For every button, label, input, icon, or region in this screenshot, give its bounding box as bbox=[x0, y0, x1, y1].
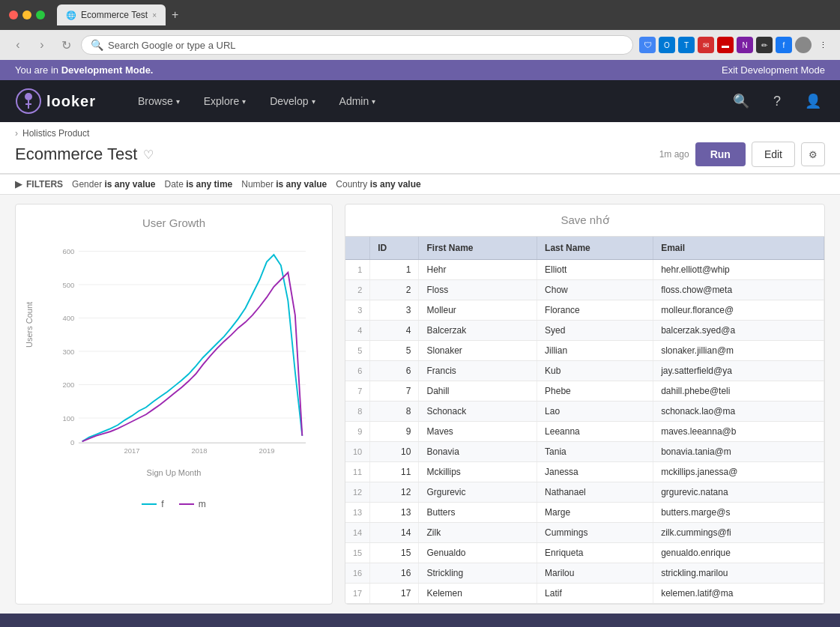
favorite-button[interactable]: ♡ bbox=[143, 148, 154, 162]
legend-m-line bbox=[179, 503, 194, 505]
nav-explore[interactable]: Explore ▾ bbox=[192, 80, 258, 122]
looker-logo[interactable]: looker bbox=[15, 88, 96, 115]
app-container: You are in Development Mode. Exit Develo… bbox=[0, 60, 840, 614]
cell-id: 3 bbox=[370, 300, 419, 321]
cell-id: 1 bbox=[370, 260, 419, 280]
table-row[interactable]: 8 8 Schonack Lao schonack.lao@ma bbox=[345, 402, 824, 422]
table-row[interactable]: 4 4 Balcerzak Syed balcerzak.syed@a bbox=[345, 321, 824, 341]
browser-titlebar: 🌐 Ecommerce Test × + bbox=[0, 0, 840, 30]
ext-outlook[interactable]: O bbox=[659, 37, 675, 53]
cell-lastname: Chow bbox=[537, 280, 653, 300]
table-row[interactable]: 16 16 Strickling Marilou strickling.mari… bbox=[345, 563, 824, 584]
run-button[interactable]: Run bbox=[695, 142, 746, 166]
chart-area: Users Count 600 500 400 bbox=[28, 238, 320, 493]
table-row[interactable]: 17 17 Kelemen Latif kelemen.latif@ma bbox=[345, 584, 824, 604]
ext-purple[interactable]: N bbox=[737, 37, 753, 53]
table-row[interactable]: 15 15 Genualdo Enriqueta genualdo.enriqu… bbox=[345, 543, 824, 563]
main-content: User Growth Users Count 600 bbox=[0, 195, 840, 614]
cell-lastname: Florance bbox=[537, 300, 653, 321]
table-row[interactable]: 1 1 Hehr Elliott hehr.elliott@whip bbox=[345, 260, 824, 280]
cell-firstname: Schonack bbox=[419, 402, 537, 422]
new-tab-button[interactable]: + bbox=[172, 8, 178, 22]
svg-text:300: 300 bbox=[62, 348, 74, 356]
minimize-window-button[interactable] bbox=[22, 10, 31, 19]
table-row[interactable]: 13 13 Butters Marge butters.marge@s bbox=[345, 503, 824, 523]
ext-mail[interactable]: ✉ bbox=[698, 37, 714, 53]
tab-close-button[interactable]: × bbox=[152, 11, 157, 19]
cell-lastname: Kub bbox=[537, 361, 653, 381]
close-window-button[interactable] bbox=[9, 10, 18, 19]
back-button[interactable]: ‹ bbox=[9, 36, 27, 54]
user-icon[interactable]: 👤 bbox=[801, 89, 825, 113]
cell-lastname: Nathanael bbox=[537, 482, 653, 503]
ext-teams[interactable]: T bbox=[678, 37, 695, 53]
browser-menu-button[interactable]: ⋮ bbox=[815, 37, 831, 53]
filter-number[interactable]: Number is any value bbox=[241, 179, 327, 190]
maximize-window-button[interactable] bbox=[36, 10, 45, 19]
browser-extensions: 🛡 O T ✉ ▬ N ✏ f ⋮ bbox=[639, 37, 831, 53]
row-num: 16 bbox=[345, 563, 370, 584]
legend-m-label: m bbox=[199, 499, 206, 509]
forward-button[interactable]: › bbox=[33, 36, 51, 54]
svg-text:2018: 2018 bbox=[191, 446, 207, 455]
exit-dev-mode-button[interactable]: Exit Development Mode bbox=[722, 64, 825, 76]
ext-profile[interactable] bbox=[795, 37, 812, 53]
cell-firstname: Francis bbox=[419, 361, 537, 381]
table-row[interactable]: 11 11 Mckillips Janessa mckillips.janess… bbox=[345, 462, 824, 482]
chart-svg: 600 500 400 300 200 100 0 2017 2018 2019 bbox=[50, 238, 320, 463]
active-tab[interactable]: 🌐 Ecommerce Test × bbox=[57, 4, 166, 25]
filter-country[interactable]: Country is any value bbox=[336, 179, 420, 190]
dev-banner-text: You are in Development Mode. bbox=[15, 64, 153, 76]
edit-button[interactable]: Edit bbox=[752, 142, 795, 167]
table-row[interactable]: 9 9 Maves Leeanna maves.leeanna@b bbox=[345, 422, 824, 442]
address-text: Search Google or type a URL bbox=[108, 40, 236, 51]
table-row[interactable]: 12 12 Grgurevic Nathanael grgurevic.nata… bbox=[345, 482, 824, 503]
cell-firstname: Strickling bbox=[419, 563, 537, 584]
col-firstname[interactable]: First Name bbox=[419, 237, 537, 260]
cell-id: 10 bbox=[370, 442, 419, 462]
ext-red[interactable]: ▬ bbox=[717, 37, 734, 53]
table-row[interactable]: 2 2 Floss Chow floss.chow@meta bbox=[345, 280, 824, 300]
filters-arrow: ▶ bbox=[15, 179, 22, 190]
filters-toggle[interactable]: ▶ FILTERS bbox=[15, 179, 63, 190]
address-bar[interactable]: 🔍 Search Google or type a URL bbox=[81, 35, 633, 55]
table-row[interactable]: 5 5 Slonaker Jillian slonaker.jillian@m bbox=[345, 341, 824, 361]
ext-facebook[interactable]: f bbox=[776, 37, 792, 53]
table-row[interactable]: 10 10 Bonavia Tania bonavia.tania@m bbox=[345, 442, 824, 462]
cell-email: molleur.florance@ bbox=[653, 300, 824, 321]
nav-browse[interactable]: Browse ▾ bbox=[126, 80, 192, 122]
filter-date[interactable]: Date is any time bbox=[165, 179, 233, 190]
search-icon[interactable]: 🔍 bbox=[729, 89, 753, 113]
breadcrumb-text[interactable]: Holistics Product bbox=[22, 128, 89, 139]
table-row[interactable]: 14 14 Zilk Cummings zilk.cummings@fi bbox=[345, 523, 824, 543]
col-id[interactable]: ID bbox=[370, 237, 419, 260]
svg-text:100: 100 bbox=[62, 414, 74, 422]
browser-navbar: ‹ › ↻ 🔍 Search Google or type a URL 🛡 O … bbox=[0, 30, 840, 60]
cell-email: zilk.cummings@fi bbox=[653, 523, 824, 543]
reload-button[interactable]: ↻ bbox=[57, 36, 75, 54]
cell-firstname: Molleur bbox=[419, 300, 537, 321]
svg-text:600: 600 bbox=[62, 247, 74, 255]
nav-admin[interactable]: Admin ▾ bbox=[327, 80, 388, 122]
settings-button[interactable]: ⚙ bbox=[801, 142, 825, 166]
filter-gender[interactable]: Gender is any value bbox=[72, 179, 155, 190]
cell-firstname: Maves bbox=[419, 422, 537, 442]
table-row[interactable]: 7 7 Dahill Phebe dahill.phebe@teli bbox=[345, 381, 824, 402]
cell-email: kelemen.latif@ma bbox=[653, 584, 824, 604]
table-body: 1 1 Hehr Elliott hehr.elliott@whip 2 2 F… bbox=[345, 260, 824, 604]
ext-shield[interactable]: 🛡 bbox=[639, 37, 656, 53]
col-lastname[interactable]: Last Name bbox=[537, 237, 653, 260]
nav-develop[interactable]: Develop ▾ bbox=[258, 80, 327, 122]
dev-banner-mode: Development Mode. bbox=[61, 64, 154, 76]
help-icon[interactable]: ? bbox=[765, 89, 789, 113]
ext-pen[interactable]: ✏ bbox=[756, 37, 773, 53]
table-row[interactable]: 3 3 Molleur Florance molleur.florance@ bbox=[345, 300, 824, 321]
table-row[interactable]: 6 6 Francis Kub jay.satterfield@ya bbox=[345, 361, 824, 381]
traffic-lights bbox=[9, 10, 45, 19]
table-scroll-area[interactable]: ID First Name Last Name Email 1 1 Hehr E… bbox=[345, 237, 824, 604]
cell-id: 17 bbox=[370, 584, 419, 604]
col-email[interactable]: Email bbox=[653, 237, 824, 260]
cell-lastname: Janessa bbox=[537, 462, 653, 482]
cell-firstname: Dahill bbox=[419, 381, 537, 402]
table-header: ID First Name Last Name Email bbox=[345, 237, 824, 260]
